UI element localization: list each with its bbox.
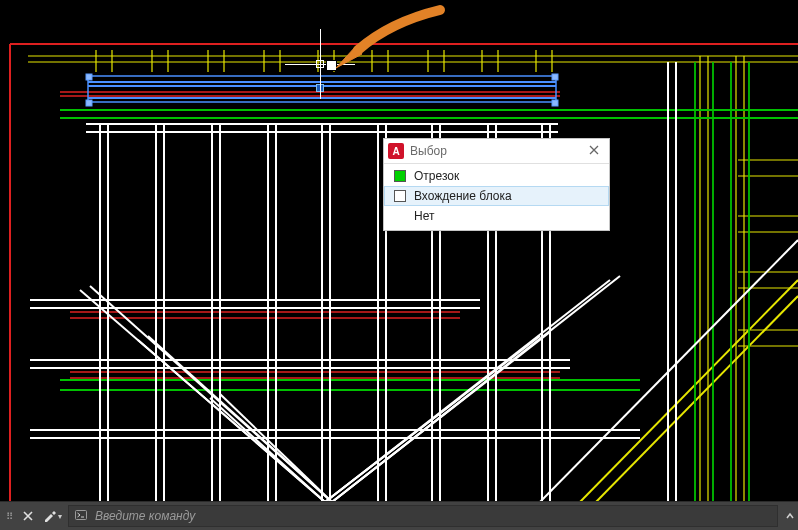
svg-rect-2 — [552, 74, 558, 80]
color-swatch-icon — [394, 190, 406, 202]
blank-swatch-icon — [394, 210, 406, 222]
app-icon: A — [388, 143, 404, 159]
svg-rect-4 — [552, 100, 558, 106]
dialog-titlebar[interactable]: A Выбор — [384, 139, 609, 164]
color-swatch-icon — [394, 170, 406, 182]
app-icon-letter: A — [392, 146, 399, 157]
selection-item-label: Нет — [414, 209, 434, 223]
dialog-title: Выбор — [410, 144, 585, 158]
pickbox-indicator — [326, 60, 337, 71]
close-icon[interactable] — [585, 144, 603, 158]
selection-item-label: Отрезок — [414, 169, 459, 183]
selection-dialog: A Выбор Отрезок Вхождение блока Нет — [383, 138, 610, 231]
customize-button[interactable]: ▾ — [40, 505, 64, 527]
svg-rect-1 — [86, 74, 92, 80]
selection-item-blockref[interactable]: Вхождение блока — [384, 186, 609, 206]
selection-item-line[interactable]: Отрезок — [384, 166, 609, 186]
expand-history-button[interactable] — [782, 511, 798, 521]
prompt-chevron-icon — [75, 509, 87, 523]
command-input[interactable] — [93, 508, 771, 524]
drag-handle-icon[interactable]: ⠿ — [0, 511, 16, 522]
selection-list: Отрезок Вхождение блока Нет — [384, 164, 609, 230]
selection-item-label: Вхождение блока — [414, 189, 512, 203]
drawing-canvas[interactable] — [0, 0, 798, 502]
command-bar: ⠿ ▾ — [0, 501, 798, 530]
svg-rect-3 — [86, 100, 92, 106]
svg-rect-6 — [76, 511, 87, 520]
selection-item-none[interactable]: Нет — [384, 206, 609, 226]
command-input-wrap[interactable] — [68, 505, 778, 527]
close-command-button[interactable] — [16, 505, 40, 527]
selection-grip[interactable] — [316, 84, 324, 92]
